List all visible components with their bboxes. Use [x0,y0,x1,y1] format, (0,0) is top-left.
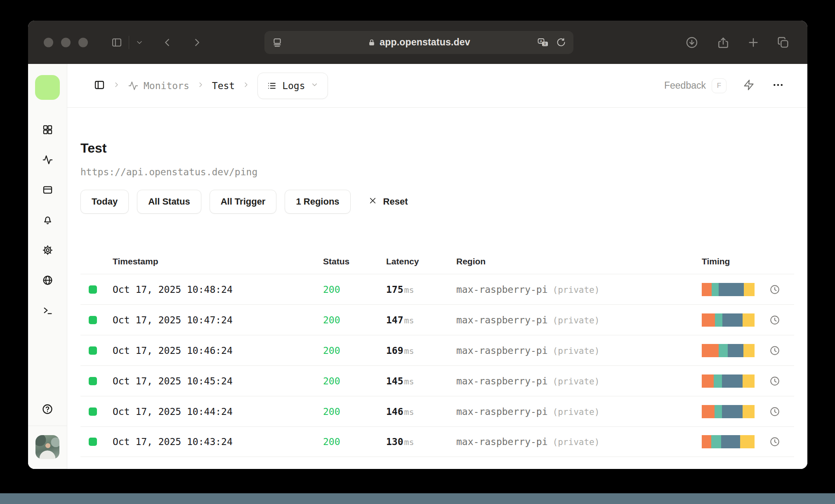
log-status: 200 [323,284,386,295]
log-status: 200 [323,345,386,356]
monitor-endpoint: https://api.openstatus.dev/ping [80,167,794,177]
latency-unit: ms [404,437,414,447]
feedback-button[interactable]: Feedback [664,80,706,91]
clock-icon[interactable] [769,345,780,356]
back-icon[interactable] [161,36,173,49]
forward-icon[interactable] [191,36,203,49]
lock-icon [368,38,376,47]
zoom-button[interactable] [78,38,88,47]
latency-unit: ms [404,377,414,386]
col-timing: Timing [702,257,794,266]
table-row[interactable]: Oct 17, 2025 10:46:24 200 169ms max-rasp… [80,335,794,365]
status-indicator [89,407,97,416]
list-icon [267,81,277,91]
filter-period-button[interactable]: Today [80,190,129,214]
region-note: (private) [553,285,600,295]
log-timestamp: Oct 17, 2025 10:45:24 [113,376,323,386]
browser-titlebar: app.openstatus.dev A文 [28,21,807,64]
help-icon[interactable] [42,403,53,417]
filter-status-button[interactable]: All Status [137,190,201,214]
sidebar-toggle-icon[interactable] [111,37,123,48]
clock-icon[interactable] [769,406,780,417]
log-latency: 130 [386,436,403,447]
filter-bar: Today All Status All Trigger 1 Regions R… [80,190,794,214]
log-latency: 175 [386,284,403,295]
filter-regions-button[interactable]: 1 Regions [285,190,350,214]
grid-icon[interactable] [39,121,56,138]
address-text: app.openstatus.dev [380,37,470,48]
timing-bar [702,405,755,418]
table-row[interactable]: Oct 17, 2025 10:43:24 200 130ms max-rasp… [80,426,794,457]
page-title: Test [80,141,794,156]
settings-icon[interactable] [39,242,56,258]
region-note: (private) [553,377,600,386]
workspace-logo[interactable] [35,75,60,100]
bell-icon[interactable] [39,212,56,228]
log-status: 200 [323,436,386,447]
clock-icon[interactable] [769,315,780,325]
log-status: 200 [323,315,386,325]
latency-unit: ms [404,285,414,295]
reset-filters-button[interactable]: Reset [368,196,408,208]
log-timestamp: Oct 17, 2025 10:48:24 [113,284,323,295]
reload-icon[interactable] [556,38,566,47]
terminal-icon[interactable] [39,302,56,318]
status-indicator [89,346,97,355]
latency-unit: ms [404,407,414,417]
address-bar[interactable]: app.openstatus.dev A文 [264,31,573,54]
more-options-icon[interactable] [772,79,784,93]
region-note: (private) [553,316,600,325]
log-latency: 145 [386,376,403,386]
log-timestamp: Oct 17, 2025 10:44:24 [113,406,323,417]
activity-icon[interactable] [39,151,56,168]
table-header: Timestamp Status Latency Region Timing [80,249,794,274]
feedback-shortcut-badge: F [712,78,726,93]
timing-bar [702,283,755,296]
panel-left-icon[interactable] [94,79,105,92]
status-indicator [89,316,97,324]
status-indicator [89,377,97,385]
table-row[interactable]: Oct 17, 2025 10:47:24 200 147ms max-rasp… [80,304,794,335]
share-icon[interactable] [717,36,730,49]
new-tab-icon[interactable] [747,36,760,49]
log-region: max-raspberry-pi [456,284,548,295]
log-timestamp: Oct 17, 2025 10:46:24 [113,345,323,356]
tabs-overview-icon[interactable] [776,36,790,49]
minimize-button[interactable] [61,38,71,47]
clock-icon[interactable] [769,284,780,295]
chevron-right-icon [242,81,250,90]
globe-icon[interactable] [39,272,56,288]
clock-icon[interactable] [769,436,780,447]
table-row[interactable]: Oct 17, 2025 10:44:24 200 146ms max-rasp… [80,396,794,426]
zap-icon[interactable] [743,79,755,92]
logs-table: Timestamp Status Latency Region Timing O… [80,249,794,457]
table-row[interactable]: Oct 17, 2025 10:45:24 200 145ms max-rasp… [80,365,794,396]
region-note: (private) [553,407,600,417]
status-indicator [89,285,97,294]
avatar[interactable] [35,435,59,459]
sidebar-divider [28,426,67,426]
log-region: max-raspberry-pi [456,406,548,417]
close-button[interactable] [44,38,53,47]
titlebar-divider [129,36,129,49]
translate-icon[interactable]: A文 [537,37,550,48]
col-timestamp: Timestamp [113,257,323,266]
logs-view-dropdown[interactable]: Logs [257,73,328,99]
chevron-right-icon [113,81,120,90]
filter-trigger-button[interactable]: All Trigger [210,190,277,214]
clock-icon[interactable] [769,376,780,386]
table-row[interactable]: Oct 17, 2025 10:48:24 200 175ms max-rasp… [80,274,794,304]
log-region: max-raspberry-pi [456,315,548,325]
download-icon[interactable] [685,36,698,49]
svg-text:文: 文 [543,42,547,46]
log-region: max-raspberry-pi [456,376,548,386]
breadcrumb-monitor-name[interactable]: Test [212,80,235,91]
timing-bar [702,435,755,448]
region-note: (private) [553,346,600,356]
status-page-icon[interactable] [39,181,56,198]
latency-unit: ms [404,316,414,325]
log-region: max-raspberry-pi [456,436,548,447]
chevron-down-icon[interactable] [135,38,144,47]
log-timestamp: Oct 17, 2025 10:43:24 [113,436,323,447]
breadcrumb-monitors[interactable]: Monitors [128,80,189,91]
